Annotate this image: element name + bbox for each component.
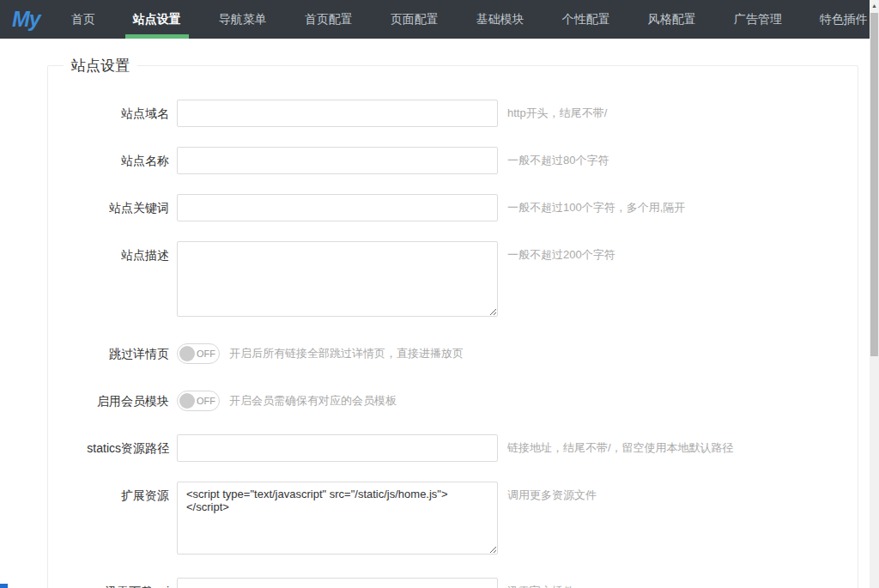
site-keywords-hint: 一般不超过100个字符，多个用,隔开 (507, 194, 685, 221)
page-title: 站点设置 (64, 56, 137, 76)
main-content: 站点设置 站点域名 http开头，结尾不带/ 站点名称 一般不超过80个字符 站… (0, 39, 879, 588)
site-settings-panel: 站点设置 站点域名 http开头，结尾不带/ 站点名称 一般不超过80个字符 站… (47, 56, 858, 588)
skip-detail-label: 跳过详情页 (48, 340, 177, 367)
skip-detail-hint: 开启后所有链接全部跳过详情页，直接进播放页 (229, 340, 464, 367)
extended-resources-label: 扩展资源 (48, 482, 177, 509)
thunder-api-input[interactable] (177, 578, 498, 588)
site-domain-label: 站点域名 (48, 100, 177, 127)
form-row-thunder-api: 迅雷下载api 迅雷官方插件 (48, 578, 858, 588)
site-domain-input[interactable] (177, 100, 498, 127)
nav-item-page-config[interactable]: 页面配置 (372, 0, 458, 39)
app-logo[interactable]: My (12, 7, 40, 32)
statics-path-hint: 链接地址，结尾不带/，留空使用本地默认路径 (507, 434, 734, 462)
vertical-scrollbar[interactable]: ▲ (870, 0, 879, 588)
nav-item-site-settings[interactable]: 站点设置 (114, 0, 200, 39)
scroll-up-arrow-icon[interactable]: ▲ (870, 0, 879, 12)
toggle-knob-icon (179, 393, 195, 409)
form-row-site-domain: 站点域名 http开头，结尾不带/ (48, 100, 858, 127)
nav-item-basic-modules[interactable]: 基础模块 (458, 0, 543, 39)
thunder-api-hint: 迅雷官方插件 (507, 578, 574, 588)
scrollbar-thumb[interactable] (870, 13, 878, 356)
site-keywords-label: 站点关键词 (48, 194, 177, 221)
statics-path-input[interactable] (177, 434, 498, 462)
site-domain-hint: http开头，结尾不带/ (507, 100, 607, 127)
form-row-enable-member-module: 启用会员模块 OFF 开启会员需确保有对应的会员模板 (48, 387, 858, 415)
toggle-knob-icon (179, 346, 195, 361)
site-name-label: 站点名称 (48, 147, 177, 174)
site-keywords-input[interactable] (177, 194, 498, 221)
toggle-state-label: OFF (195, 349, 217, 359)
enable-member-hint: 开启会员需确保有对应的会员模板 (229, 387, 397, 415)
extended-resources-hint: 调用更多资源文件 (507, 482, 597, 509)
nav-item-ad-management[interactable]: 广告管理 (715, 0, 801, 39)
form-row-site-name: 站点名称 一般不超过80个字符 (48, 147, 858, 174)
site-description-hint: 一般不超过200个字符 (507, 241, 615, 269)
form-row-site-description: 站点描述 一般不超过200个字符 (48, 241, 858, 320)
bottom-left-accent (0, 584, 8, 588)
site-description-label: 站点描述 (48, 241, 177, 269)
site-description-textarea[interactable] (177, 241, 498, 317)
skip-detail-toggle[interactable]: OFF (177, 343, 220, 364)
nav-item-home[interactable]: 首页 (52, 0, 114, 39)
form-row-statics-path: statics资源路径 链接地址，结尾不带/，留空使用本地默认路径 (48, 434, 858, 462)
statics-path-label: statics资源路径 (48, 434, 177, 462)
top-navbar: My 首页 站点设置 导航菜单 首页配置 页面配置 基础模块 个性配置 风格配置… (0, 0, 879, 39)
nav-item-style-config[interactable]: 风格配置 (629, 0, 715, 39)
extended-resources-textarea[interactable]: <script type="text/javascript" src="/sta… (177, 482, 498, 555)
nav-item-featured-plugins[interactable]: 特色插件 (801, 0, 879, 39)
thunder-api-label: 迅雷下载api (48, 578, 177, 588)
form-row-site-keywords: 站点关键词 一般不超过100个字符，多个用,隔开 (48, 194, 858, 221)
form-row-extended-resources: 扩展资源 <script type="text/javascript" src=… (48, 482, 858, 558)
site-name-input[interactable] (177, 147, 498, 174)
form-row-skip-detail-page: 跳过详情页 OFF 开启后所有链接全部跳过详情页，直接进播放页 (48, 340, 858, 367)
nav-item-personal-config[interactable]: 个性配置 (543, 0, 629, 39)
nav-item-homepage-config[interactable]: 首页配置 (286, 0, 372, 39)
site-name-hint: 一般不超过80个字符 (507, 147, 609, 174)
enable-member-label: 启用会员模块 (48, 387, 177, 415)
enable-member-toggle[interactable]: OFF (177, 391, 220, 411)
nav-item-nav-menu[interactable]: 导航菜单 (200, 0, 286, 39)
toggle-state-label: OFF (195, 396, 217, 406)
